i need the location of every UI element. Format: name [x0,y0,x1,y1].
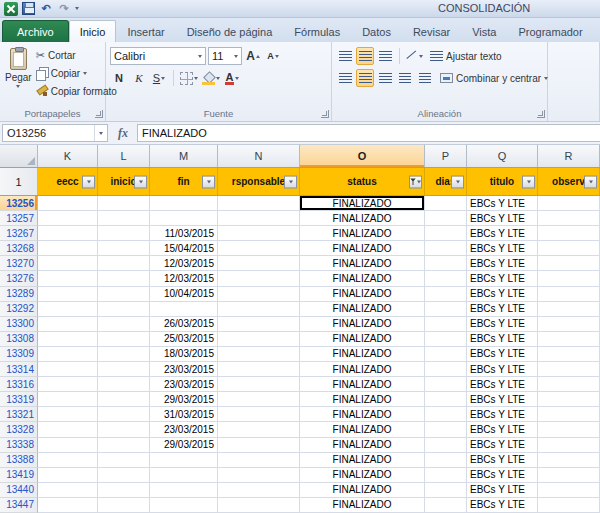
column-header[interactable]: R [538,145,600,167]
ribbon-tab[interactable]: Vista [461,20,507,42]
column-header[interactable]: O [300,145,425,167]
cell-status[interactable]: FINALIZADO [300,483,425,498]
cell-rsponsable[interactable] [218,438,300,453]
cell-fin[interactable] [150,498,218,513]
cell-status[interactable]: FINALIZADO [300,377,425,392]
cell-eecc[interactable] [38,317,98,332]
cell-rsponsable[interactable] [218,377,300,392]
cell-eecc[interactable] [38,377,98,392]
cell-eecc[interactable] [38,438,98,453]
cell-dias[interactable] [425,362,467,377]
row-number[interactable]: 13292 [0,302,38,317]
row-number[interactable]: 13328 [0,422,38,437]
cell-inicio[interactable] [98,407,150,422]
cell-rsponsable[interactable] [218,256,300,271]
filter-header-cell[interactable]: dias [425,168,467,195]
cell-observ[interactable] [538,287,600,302]
cell-inicio[interactable] [98,347,150,362]
row-number[interactable]: 13316 [0,377,38,392]
cell-dias[interactable] [425,302,467,317]
cell-dias[interactable] [425,392,467,407]
cell-rsponsable[interactable] [218,287,300,302]
align-right-button[interactable] [376,69,394,87]
filter-header-cell[interactable]: rsponsable [218,168,300,195]
decrease-indent-button[interactable] [396,69,414,87]
cell-fin[interactable]: 15/04/2015 [150,241,218,256]
cell-titulo[interactable]: EBCs Y LTE [467,453,538,468]
cell-status[interactable]: FINALIZADO [300,422,425,437]
cell-dias[interactable] [425,332,467,347]
cell-observ[interactable] [538,407,600,422]
merge-center-button[interactable]: Combinar y centrar [436,69,552,87]
cell-status[interactable]: FINALIZADO [300,392,425,407]
cell-observ[interactable] [538,438,600,453]
row-number[interactable]: 13309 [0,347,38,362]
column-header[interactable]: N [218,145,300,167]
cell-observ[interactable] [538,271,600,286]
cell-observ[interactable] [538,211,600,226]
filter-dropdown-button[interactable] [202,175,215,188]
cell-fin[interactable]: 26/03/2015 [150,317,218,332]
cell-fin[interactable] [150,211,218,226]
cell-fin[interactable]: 23/03/2015 [150,422,218,437]
cell-fin[interactable]: 25/03/2015 [150,332,218,347]
cell-titulo[interactable]: EBCs Y LTE [467,241,538,256]
cell-titulo[interactable]: EBCs Y LTE [467,196,538,211]
cell-dias[interactable] [425,453,467,468]
row-number[interactable]: 13321 [0,407,38,422]
name-box-dropdown[interactable] [94,125,107,141]
cell-dias[interactable] [425,317,467,332]
cell-dias[interactable] [425,377,467,392]
cell-inicio[interactable] [98,392,150,407]
column-header[interactable]: L [98,145,150,167]
filter-header-cell[interactable]: eecc [38,168,98,195]
cell-status[interactable]: FINALIZADO [300,226,425,241]
italic-button[interactable]: K [130,69,148,87]
row-number[interactable]: 13289 [0,287,38,302]
cell-dias[interactable] [425,407,467,422]
cell-status[interactable]: FINALIZADO [300,211,425,226]
cell-inicio[interactable] [98,256,150,271]
cell-eecc[interactable] [38,422,98,437]
ribbon-tab[interactable]: Inicio [69,20,117,42]
cell-inicio[interactable] [98,332,150,347]
cell-rsponsable[interactable] [218,241,300,256]
grow-font-button[interactable]: A [244,47,262,65]
font-family-select[interactable]: Calibri [110,47,206,65]
cell-fin[interactable] [150,483,218,498]
filter-dropdown-button[interactable] [409,175,422,188]
cell-rsponsable[interactable] [218,226,300,241]
cell-observ[interactable] [538,302,600,317]
cell-eecc[interactable] [38,226,98,241]
cell-dias[interactable] [425,347,467,362]
row-number[interactable]: 13388 [0,453,38,468]
filter-dropdown-button[interactable] [82,175,95,188]
redo-icon[interactable]: ↷ [57,2,71,16]
cell-titulo[interactable]: EBCs Y LTE [467,468,538,483]
filter-header-cell[interactable]: fin [150,168,218,195]
cell-observ[interactable] [538,347,600,362]
cell-status[interactable]: FINALIZADO [300,271,425,286]
ribbon-tab[interactable]: Datos [351,20,402,42]
cell-fin[interactable]: 12/03/2015 [150,271,218,286]
fill-color-button[interactable] [201,69,221,87]
cell-inicio[interactable] [98,422,150,437]
cell-eecc[interactable] [38,483,98,498]
cell-eecc[interactable] [38,211,98,226]
cell-status[interactable]: FINALIZADO [300,241,425,256]
cell-eecc[interactable] [38,196,98,211]
cell-status[interactable]: FINALIZADO [300,287,425,302]
format-painter-button[interactable]: Copiar formato [36,83,117,100]
cell-status[interactable]: FINALIZADO [300,438,425,453]
borders-button[interactable] [179,69,199,87]
cell-eecc[interactable] [38,453,98,468]
filter-header-cell[interactable]: observ [538,168,600,195]
cell-observ[interactable] [538,468,600,483]
cell-fin[interactable]: 10/04/2015 [150,287,218,302]
row-number[interactable]: 13447 [0,498,38,513]
cell-observ[interactable] [538,453,600,468]
filter-dropdown-button[interactable] [134,175,147,188]
cell-titulo[interactable]: EBCs Y LTE [467,483,538,498]
cell-dias[interactable] [425,422,467,437]
cell-fin[interactable] [150,468,218,483]
